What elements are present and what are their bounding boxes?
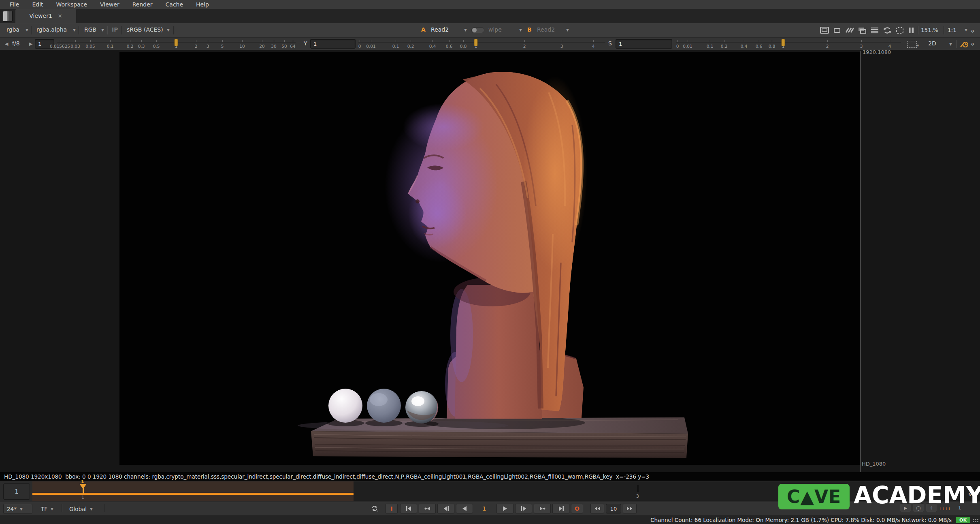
viewer-viewport[interactable]: 1920,1080 HD_1080 xyxy=(0,50,980,472)
status-ok-badge: OK xyxy=(956,517,970,523)
slider-tick xyxy=(75,40,76,42)
play-forward-button[interactable] xyxy=(496,504,513,513)
forward-increment-button[interactable] xyxy=(623,504,637,513)
gamma-slider[interactable]: 00.010.10.20.40.60.81234 xyxy=(358,38,605,50)
prev-keyframe-button[interactable] xyxy=(419,504,436,513)
image-info-bar: HD_1080 1920x1080 bbox: 0 0 1920 1080 ch… xyxy=(0,472,980,481)
set-in-point[interactable]: I xyxy=(386,504,398,513)
slider-tick xyxy=(396,40,396,42)
slider-tick-label: 3 xyxy=(207,44,209,49)
image-boundary-line xyxy=(860,51,861,472)
current-frame-display[interactable]: 1 xyxy=(475,504,494,513)
frame-lock-icon[interactable] xyxy=(959,40,969,49)
cave-logo-box: C▲VE xyxy=(778,484,850,509)
fps-dropdown[interactable]: 24*▼ xyxy=(3,504,32,514)
roi-icon[interactable] xyxy=(907,41,917,48)
menu-item-help[interactable]: Help xyxy=(190,1,215,8)
slider-marker[interactable] xyxy=(782,39,785,46)
fstop-down-arrow-icon[interactable]: ◀ xyxy=(5,41,8,47)
current-frame-input[interactable]: 1 xyxy=(3,483,30,500)
chevron-down-icon: ▼ xyxy=(949,42,952,46)
slider-tick xyxy=(449,40,450,42)
channel-display-dropdown[interactable]: RGB xyxy=(84,26,96,33)
next-keyframe-button[interactable] xyxy=(534,504,551,513)
slider-tick-label: 0.5 xyxy=(153,44,160,49)
wipe-mode-dropdown[interactable]: wipe xyxy=(488,26,502,33)
menu-item-viewer[interactable]: Viewer xyxy=(94,1,126,8)
retime-dropdown[interactable]: TF▼ xyxy=(37,504,59,514)
refresh-icon[interactable] xyxy=(882,26,893,35)
cached-frames-bar xyxy=(32,493,354,495)
chevron-down-icon: ▼ xyxy=(90,507,93,511)
menu-item-cache[interactable]: Cache xyxy=(159,1,190,8)
menu-item-edit[interactable]: Edit xyxy=(26,1,49,8)
monitor-frame-icon[interactable] xyxy=(820,26,830,35)
menu-item-workspace[interactable]: Workspace xyxy=(50,1,94,8)
go-to-end-button[interactable] xyxy=(552,504,569,513)
fstop-up-arrow-icon[interactable]: ▶ xyxy=(29,41,32,47)
fstop-label[interactable]: f/8 xyxy=(12,40,20,47)
slider-tick-label: 4 xyxy=(592,44,595,49)
slider-tick xyxy=(110,40,111,42)
resize-grip[interactable] xyxy=(973,518,978,523)
input-process-toggle[interactable]: IP xyxy=(112,26,118,33)
slider-tick-label: 64 xyxy=(290,44,295,49)
slider-tick-label: 0.4 xyxy=(429,44,436,49)
guides-icon[interactable] xyxy=(895,26,905,35)
slider-tick-label: 0.03 xyxy=(70,44,80,49)
viewer-toolbar: rgba ▼ rgba.alpha ▼ RGB ▼ IP sRGB (ACES)… xyxy=(0,23,980,37)
range-mode-dropdown[interactable]: Global▼ xyxy=(66,504,102,514)
slider-tick-label: 50 xyxy=(281,44,287,49)
slider-tick-label: 0.8 xyxy=(460,44,467,49)
saturation-slider[interactable]: 00.010.10.20.40.60.81234 xyxy=(676,38,901,50)
saturation-label: S xyxy=(608,40,612,47)
white-reference-sphere xyxy=(328,389,362,423)
set-out-point[interactable]: O xyxy=(571,504,583,513)
collapse-sliders-chevron-icon[interactable]: » xyxy=(969,42,976,45)
gain-slider[interactable]: 0.0156250.030.050.10.20.30.5123510203050… xyxy=(57,38,296,50)
slider-marker[interactable] xyxy=(474,39,478,46)
system-stats-bar: Channel Count: 66 Localization Mode: On … xyxy=(0,515,980,524)
alpha-layer-dropdown[interactable]: rgba.alpha xyxy=(36,26,67,33)
increment-value[interactable]: 10 xyxy=(606,504,621,513)
chevron-down-icon: ▼ xyxy=(464,28,467,32)
rewind-increment-button[interactable] xyxy=(590,504,604,513)
step-forward-button[interactable] xyxy=(515,504,532,513)
viewer-process-dropdown[interactable]: sRGB (ACES) xyxy=(127,26,163,33)
wipe-toggle[interactable] xyxy=(471,27,484,33)
zoom-level-display[interactable]: 151.% xyxy=(921,27,938,33)
playhead-stem xyxy=(83,488,84,494)
slider-tick-label: 0.2 xyxy=(721,44,728,49)
menu-item-file[interactable]: File xyxy=(3,1,26,8)
menu-item-render[interactable]: Render xyxy=(126,1,159,8)
pause-icon[interactable] xyxy=(906,26,917,35)
slider-tick-label: 4 xyxy=(888,44,891,49)
slider-tick xyxy=(130,40,130,42)
float-window-icon[interactable] xyxy=(857,26,868,35)
step-back-button[interactable] xyxy=(437,504,454,513)
slider-tick-label: 20 xyxy=(259,44,264,49)
slider-marker[interactable] xyxy=(175,39,178,46)
collapse-toolbar-chevron-icon[interactable]: » xyxy=(969,29,976,32)
proxy-rect-icon[interactable] xyxy=(832,26,843,35)
go-to-start-button[interactable] xyxy=(400,504,417,513)
pane-menu-icon[interactable] xyxy=(3,11,13,21)
gamma-input[interactable]: 1 xyxy=(310,39,356,49)
input-a-node-dropdown[interactable]: Read2 xyxy=(431,26,449,33)
layer-dropdown[interactable]: rgba xyxy=(6,26,19,33)
saturation-input[interactable]: 1 xyxy=(616,39,672,49)
slider-tick xyxy=(196,40,196,42)
loop-mode-button[interactable] xyxy=(366,504,383,513)
slider-tick-label: 0.05 xyxy=(85,44,95,49)
actual-size-button[interactable]: 1:1 xyxy=(948,27,957,33)
slider-tick xyxy=(284,40,285,42)
stripes-icon[interactable] xyxy=(845,26,855,35)
slider-tick-label: 0.6 xyxy=(756,44,763,49)
view-mode-dropdown[interactable]: 2D xyxy=(928,40,936,47)
scanlines-icon[interactable] xyxy=(870,26,880,35)
tab-close-icon[interactable]: ✕ xyxy=(58,13,62,19)
play-backward-button[interactable] xyxy=(456,504,473,513)
input-a-label: A xyxy=(421,26,426,33)
input-b-node-dropdown[interactable]: Read2 xyxy=(537,26,555,33)
tab-viewer1[interactable]: Viewer1 ✕ xyxy=(15,9,76,23)
